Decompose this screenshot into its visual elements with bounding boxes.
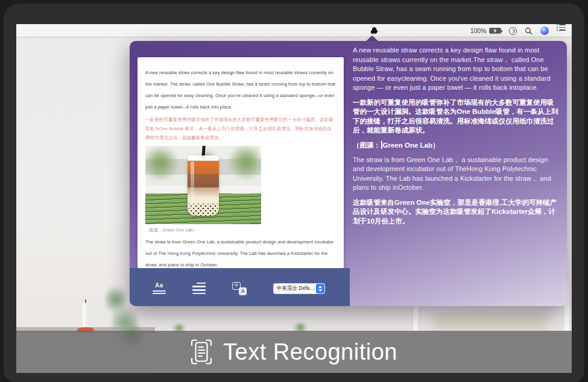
font-settings-button[interactable]: Aa (153, 283, 166, 294)
captured-document-preview: A new reusable straw corrects a key desi… (138, 57, 344, 268)
banner-title: Text Recognition (223, 339, 397, 365)
language-mode-dropdown[interactable]: 中英混合 Defa… (273, 283, 325, 294)
bubble-tea-photo (145, 146, 261, 224)
recognized-paragraph-en-2: The straw is from Green One Lab， a susta… (353, 155, 560, 193)
translate-button[interactable]: 中 A (232, 282, 247, 295)
language-mode-value: 中英混合 Defa… (273, 285, 316, 292)
font-settings-label: Aa (155, 283, 163, 289)
doc-paragraph-en-1: A new reusable straw corrects a key desi… (145, 67, 336, 113)
text-cursor (381, 141, 382, 149)
wallpaper-blur-object (432, 312, 547, 331)
app-menubar-icon[interactable] (369, 26, 379, 36)
notification-center-menu-item[interactable] (557, 24, 566, 37)
circled-chevron-menu-item[interactable] (509, 24, 517, 37)
recognized-caption: （图源：Green One Lab） (353, 141, 560, 150)
text-recognition-popover: A new reusable straw corrects a key desi… (130, 41, 567, 306)
recognized-paragraph-en-1: A new reusable straw corrects a key desi… (353, 46, 560, 93)
document-scan-icon (191, 339, 212, 365)
title-banner: Text Recognition (16, 331, 572, 373)
wallpaper-candle-wick (85, 299, 86, 303)
battery-charging-icon (489, 28, 501, 34)
popover-toolbar: Aa 中 A 中英混合 Defa… (130, 268, 350, 306)
circled-chevron-icon (509, 27, 517, 35)
battery-percent: 100% (470, 27, 487, 34)
dropdown-stepper-icon[interactable] (316, 284, 324, 293)
doc-paragraph-zh-1: 一款新的可重复使用的吸管弥补了市场现有的大多数可重复使用吸管的一大设计漏洞。这款… (145, 115, 336, 142)
device-mockup: 100% (0, 0, 588, 382)
bubble-tea-cup (188, 155, 219, 216)
battery-menu-item[interactable]: 100% (470, 24, 501, 37)
text-list-button[interactable] (192, 281, 206, 295)
menu-bar: 100% (16, 24, 572, 37)
recognized-paragraph-zh-2: 这款吸管来自Green One实验室，那里是香港理.工大学的可持续产品设计及研发… (353, 198, 560, 227)
doc-paragraph-en-2: The straw is from Green One Lab, a susta… (145, 236, 336, 268)
recognized-paragraph-zh-1: 一款新的可重复使用的吸管弥补了市场现有的大多数可重复使用吸管的一大设计漏洞。这款… (353, 98, 560, 136)
doc-photo-caption: （图源：Green One Lab） (145, 227, 336, 233)
siri-icon (540, 27, 549, 35)
siri-menu-item[interactable] (540, 24, 549, 37)
spotlight-menu-item[interactable] (525, 24, 533, 37)
wallpaper-candle (83, 302, 89, 329)
recognized-text-panel[interactable]: A new reusable straw corrects a key desi… (348, 41, 567, 306)
search-icon (525, 27, 533, 35)
desktop: 100% (16, 24, 572, 373)
